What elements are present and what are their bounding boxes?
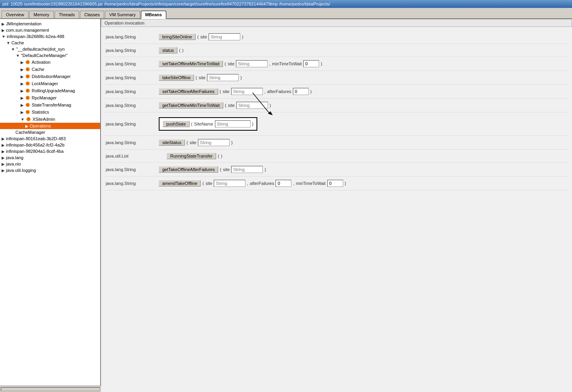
tree-label: RpcManager xyxy=(32,95,57,100)
tree-item-comsun[interactable]: ▶ com.sun.management xyxy=(0,27,100,33)
gear-icon xyxy=(25,88,30,93)
arrow-icon: ▶ xyxy=(21,82,24,86)
tab-vm-summary[interactable]: VM Summary xyxy=(105,11,140,18)
op-row-runningstatetransfer: java.util.List RunningStateTransfer ( ) xyxy=(104,150,569,163)
op-row-takesiteoffline: java.lang.String takeSiteOffline ( site … xyxy=(104,71,569,85)
op-return-type: java.lang.String xyxy=(106,140,157,145)
op-button-bringsiteonline[interactable]: bringSiteOnline xyxy=(159,34,196,40)
param-input-site[interactable] xyxy=(214,180,245,187)
tab-mbeans[interactable]: MBeans xyxy=(141,11,166,19)
tree-item-distributionmanager[interactable]: ▶ DistributionManager xyxy=(0,73,100,80)
open-paren: ( xyxy=(196,75,197,80)
param-input-site[interactable] xyxy=(236,60,268,67)
tab-classes[interactable]: Classes xyxy=(80,11,104,18)
param-label-site: site xyxy=(199,75,205,80)
param-input-mintimetowait[interactable] xyxy=(327,180,343,187)
param-label-mintimetowait: minTimeToWait xyxy=(272,61,302,66)
pushstate-highlight-box: pushState ( SiteName ) xyxy=(159,117,257,131)
tree-item-defaultcache[interactable]: ▼ "__defaultcache(dist_syn xyxy=(0,46,100,52)
tree-item-infinispan-982[interactable]: ▶ infinispan-982804a1-8cdf-4ba xyxy=(0,148,100,154)
tab-threads[interactable]: Threads xyxy=(55,11,79,18)
param-input-sitename[interactable] xyxy=(215,120,251,127)
op-button-settakeofflineafterfailures[interactable]: setTakeOfflineAfterFailures xyxy=(159,88,218,95)
tree-label: Activation xyxy=(32,60,51,65)
param-input-site[interactable] xyxy=(198,139,230,146)
tree-label: DistributionManager xyxy=(32,74,70,79)
op-row-settakeofflinemintimetowait: java.lang.String setTakeOfflineMinTimeTo… xyxy=(104,57,569,71)
tree-item-defaultcachemanager[interactable]: ▼ "DefaultCacheManager" xyxy=(0,52,100,59)
tab-overview[interactable]: Overview xyxy=(2,11,29,18)
tree-label: infinispan-3b2688fc-b2ea-488 xyxy=(7,34,65,39)
op-return-type: java.util.List xyxy=(106,154,165,158)
op-row-amendtakeoffline: java.lang.String amendTakeOffline ( site… xyxy=(104,177,569,190)
param-input-mintimetowait[interactable] xyxy=(303,60,319,67)
op-button-gettakeofflineafterfailures[interactable]: getTakeOfflineAfterFailures xyxy=(159,166,218,173)
tree-label: Cache xyxy=(32,67,44,72)
param-input-afterfailures[interactable] xyxy=(293,88,309,95)
arrow-icon: ▶ xyxy=(2,168,5,173)
op-return-type: java.lang.String xyxy=(106,75,157,80)
tree-label: infinispan-8dc456a2-fcf2-4a2b xyxy=(6,143,65,147)
op-button-sitestatus[interactable]: siteStatus xyxy=(159,139,185,146)
tree-item-rpcmanager[interactable]: ▶ RpcManager xyxy=(0,94,100,101)
tree-item-jmimplementation[interactable]: ▶ JMImplementation xyxy=(0,21,100,27)
open-paren: ( xyxy=(218,154,219,158)
gear-icon xyxy=(25,102,30,108)
tree-panel: ▶ JMImplementation ▶ com.sun.management … xyxy=(0,19,101,392)
op-button-runningstatetransfer[interactable]: RunningStateTransfer xyxy=(167,153,216,159)
arrow-icon: ▶ xyxy=(2,162,5,166)
tree-item-statistics[interactable]: ▶ Statistics xyxy=(0,108,100,116)
op-button-pushstate[interactable]: pushState xyxy=(163,121,190,127)
tree-item-statetransfer[interactable]: ▶ StateTransferManag xyxy=(0,101,100,108)
param-input-afterfailures[interactable] xyxy=(276,180,291,187)
tree-item-rollingupgrade[interactable]: ▶ RollingUpgradeManag xyxy=(0,87,100,94)
gear-icon xyxy=(25,81,30,86)
gear-icon xyxy=(26,116,31,122)
op-row-pushstate: java.lang.String pushState ( SiteName ) xyxy=(104,112,569,136)
tree-item-activation[interactable]: ▶ Activation xyxy=(0,59,100,66)
param-label-site: site xyxy=(223,167,230,172)
op-button-amendtakeoffline[interactable]: amendTakeOffline xyxy=(159,180,201,186)
tree-item-javanio[interactable]: ▶ java.nio xyxy=(0,161,100,167)
tree-label: Statistics xyxy=(32,110,49,114)
tree-scrollbar[interactable] xyxy=(0,386,101,392)
tree-item-cache-group[interactable]: ▼ Cache xyxy=(0,40,100,46)
tree-item-infinispan-8dc[interactable]: ▶ infinispan-8dc456a2-fcf2-4a2b xyxy=(0,142,100,148)
arrow-icon: ▼ xyxy=(21,117,25,122)
param-input-site[interactable] xyxy=(231,88,263,95)
tree-item-javautillogging[interactable]: ▶ java.util.logging xyxy=(0,167,100,173)
tree-item-infinispan-3b[interactable]: ▼ infinispan-3b2688fc-b2ea-488 xyxy=(0,33,100,40)
op-button-status[interactable]: status xyxy=(159,47,177,53)
gear-icon xyxy=(25,59,30,65)
op-row-status: java.lang.String status ( ) xyxy=(104,44,569,57)
op-button-takesiteoffline[interactable]: takeSiteOffline xyxy=(159,74,194,81)
param-input-site[interactable] xyxy=(209,33,240,40)
arrow-icon: ▶ xyxy=(21,74,24,79)
tree-item-lockmanager[interactable]: ▶ LockManager xyxy=(0,80,100,87)
tree-label: JMImplementation xyxy=(6,21,42,26)
open-paren: ( xyxy=(186,140,188,145)
param-input-site[interactable] xyxy=(231,166,263,173)
tree-item-cachemanager[interactable]: ▶ CacheManager xyxy=(0,129,100,135)
tree-item-operations[interactable]: ▶ Operations xyxy=(0,123,100,129)
op-button-gettakeofflinemintimetowait[interactable]: getTakeOfflineMinTimeToWait xyxy=(159,102,223,108)
param-label-comma1: , xyxy=(247,181,248,186)
tree-label: Operations xyxy=(30,124,51,128)
param-input-site[interactable] xyxy=(207,74,239,81)
tree-item-cache[interactable]: ▶ Cache xyxy=(0,66,100,73)
param-input-site[interactable] xyxy=(236,102,268,109)
tree-label: "DefaultCacheManager" xyxy=(21,53,68,58)
param-label-site: site xyxy=(190,140,196,145)
tree-item-xsiteadmin[interactable]: ▼ XSiteAdmin xyxy=(0,116,100,123)
close-paren: ) xyxy=(252,122,254,126)
tree-item-infinispan-80[interactable]: ▶ infinispan-80161eab-3b2D-483 xyxy=(0,135,100,142)
content-panel: Operation invocation java.lang.String br… xyxy=(101,19,572,392)
tab-memory[interactable]: Memory xyxy=(29,11,54,18)
close-paren: ) xyxy=(231,140,233,145)
tree-label: XSiteAdmin xyxy=(32,117,55,122)
tree-label: CacheManager xyxy=(15,130,45,135)
op-row-gettakeofflinemintimetowait: java.lang.String getTakeOfflineMinTimeTo… xyxy=(104,99,569,112)
tree-item-javalang[interactable]: ▶ java.lang xyxy=(0,154,100,161)
close-paren: ) xyxy=(321,61,322,66)
op-button-settakeofflinemintimetowait[interactable]: setTakeOfflineMinTimeToWait xyxy=(159,61,223,67)
